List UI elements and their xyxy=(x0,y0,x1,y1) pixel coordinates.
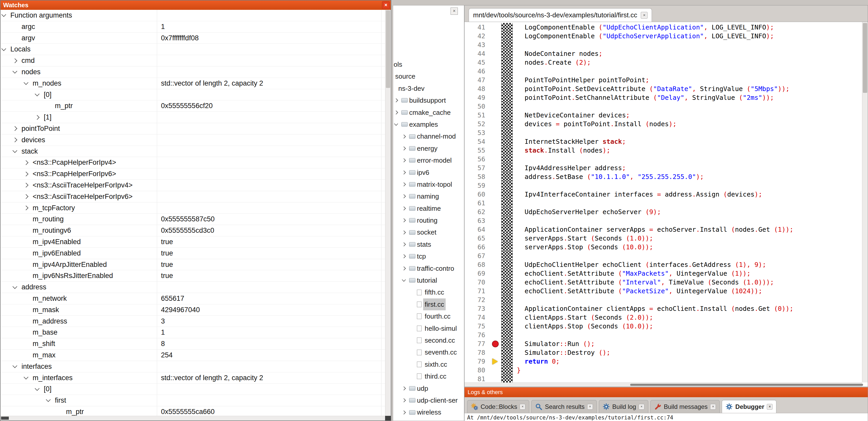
line-number[interactable]: 79 xyxy=(465,357,489,366)
code-line[interactable]: 41 LogComponentEnable ("UdpEchoClientApp… xyxy=(465,23,862,32)
marker-margin[interactable] xyxy=(489,41,501,50)
code-text[interactable]: LogComponentEnable ("UdpEchoServerApplic… xyxy=(513,32,862,41)
fold-margin[interactable] xyxy=(501,172,513,181)
watch-row[interactable]: argc1 xyxy=(1,21,385,33)
watch-row[interactable]: m_routingv60x5555555cd3c0 xyxy=(1,225,385,236)
marker-margin[interactable] xyxy=(489,243,501,252)
watch-row[interactable]: m_nodesstd::vector of length 2, capacity… xyxy=(1,78,385,89)
chevron-right-icon[interactable] xyxy=(394,110,398,115)
line-number[interactable]: 54 xyxy=(465,137,489,146)
tree-item-label[interactable]: hello-simul xyxy=(423,322,458,334)
code-text[interactable] xyxy=(513,129,862,137)
line-number[interactable]: 67 xyxy=(465,252,489,260)
code-text[interactable]: pointToPoint.SetChannelAttribute ("Delay… xyxy=(513,93,862,102)
watch-variable-value[interactable] xyxy=(157,168,381,180)
tab-search-results[interactable]: Search results × xyxy=(531,400,596,413)
watch-row[interactable]: <ns3::PcapHelperForIpv4> xyxy=(1,157,385,168)
code-line[interactable]: 48 pointToPoint.SetDeviceAttribute ("Dat… xyxy=(465,85,862,93)
fold-margin[interactable] xyxy=(501,234,513,243)
marker-margin[interactable] xyxy=(489,304,501,313)
marker-margin[interactable] xyxy=(489,208,501,217)
fold-margin[interactable] xyxy=(501,357,513,366)
close-icon[interactable]: × xyxy=(451,7,458,15)
watch-row[interactable]: first xyxy=(1,395,385,406)
marker-margin[interactable] xyxy=(489,164,501,172)
watch-variable-value[interactable] xyxy=(157,134,381,145)
tree-item[interactable]: channel-mod xyxy=(393,130,464,142)
line-number[interactable]: 52 xyxy=(465,120,489,129)
marker-margin[interactable] xyxy=(489,322,501,331)
code-text[interactable] xyxy=(513,181,862,190)
chevron-right-icon[interactable] xyxy=(402,255,406,259)
tree-item-label[interactable]: channel-mod xyxy=(415,130,457,142)
marker-margin[interactable] xyxy=(489,111,501,120)
marker-margin[interactable] xyxy=(489,146,501,155)
code-line[interactable]: 80} xyxy=(465,366,862,375)
scrollbar-thumb[interactable] xyxy=(863,23,867,93)
line-number[interactable]: 53 xyxy=(465,129,489,137)
line-number[interactable]: 59 xyxy=(465,181,489,190)
fold-margin[interactable] xyxy=(501,296,513,304)
watches-vertical-scrollbar[interactable] xyxy=(385,10,391,416)
fold-margin[interactable] xyxy=(501,41,513,50)
code-text[interactable]: ApplicationContainer serverApps = echoSe… xyxy=(513,225,862,234)
line-number[interactable]: 66 xyxy=(465,243,489,252)
line-number[interactable]: 68 xyxy=(465,260,489,269)
fold-margin[interactable] xyxy=(501,67,513,76)
marker-margin[interactable] xyxy=(489,234,501,243)
line-number[interactable]: 62 xyxy=(465,208,489,217)
code-line[interactable]: 64 ApplicationContainer serverApps = ech… xyxy=(465,225,862,234)
code-line[interactable]: 53 xyxy=(465,129,862,137)
tab-close-icon[interactable]: × xyxy=(641,12,648,19)
fold-margin[interactable] xyxy=(501,331,513,339)
code-line[interactable]: 76 xyxy=(465,331,862,339)
tree-item[interactable]: udp-client-ser xyxy=(393,394,464,406)
fold-margin[interactable] xyxy=(501,252,513,260)
code-line[interactable]: 49 pointToPoint.SetChannelAttribute ("De… xyxy=(465,93,862,102)
fold-margin[interactable] xyxy=(501,50,513,58)
watch-row[interactable]: <ns3::AsciiTraceHelperForIpv6> xyxy=(1,191,385,202)
fold-margin[interactable] xyxy=(501,129,513,137)
marker-margin[interactable] xyxy=(489,32,501,41)
chevron-right-icon[interactable] xyxy=(402,411,406,415)
watch-variable-value[interactable] xyxy=(157,202,381,214)
watch-row[interactable]: [0] xyxy=(1,384,385,395)
code-text[interactable]: serverApps.Stop (Seconds (10.0)); xyxy=(513,243,862,252)
tree-item-label[interactable]: fifth.cc xyxy=(423,286,446,298)
fold-margin[interactable] xyxy=(501,208,513,217)
fold-margin[interactable] xyxy=(501,137,513,146)
marker-margin[interactable] xyxy=(489,129,501,137)
watch-row[interactable]: m_shift8 xyxy=(1,338,385,350)
fold-margin[interactable] xyxy=(501,243,513,252)
editor-vertical-scrollbar[interactable] xyxy=(862,22,868,383)
watch-row[interactable]: m_ptr0x5555555ca660 xyxy=(1,406,385,416)
marker-margin[interactable] xyxy=(489,366,501,375)
marker-margin[interactable] xyxy=(489,85,501,93)
code-line[interactable]: 67 xyxy=(465,252,862,260)
watch-row[interactable]: m_ipv6NsRsJitterEnabledtrue xyxy=(1,270,385,282)
line-number[interactable]: 64 xyxy=(465,225,489,234)
watch-row[interactable]: address xyxy=(1,282,385,293)
code-line[interactable]: 52 devices = pointToPoint.Install (nodes… xyxy=(465,120,862,129)
tree-item-label[interactable]: tcp xyxy=(415,250,428,262)
fold-margin[interactable] xyxy=(501,269,513,278)
watch-variable-value[interactable] xyxy=(157,157,381,168)
code-line[interactable]: 79 return 0; xyxy=(465,357,862,366)
code-text[interactable]: return 0; xyxy=(513,357,862,366)
line-number[interactable]: 73 xyxy=(465,304,489,313)
line-number[interactable]: 69 xyxy=(465,269,489,278)
code-text[interactable]: nodes.Create (2); xyxy=(513,58,862,67)
fold-margin[interactable] xyxy=(501,260,513,269)
chevron-right-icon[interactable] xyxy=(402,170,406,174)
line-number[interactable]: 80 xyxy=(465,366,489,375)
fold-margin[interactable] xyxy=(501,304,513,313)
watch-variable-value[interactable]: 0x5555555ca660 xyxy=(157,406,381,416)
watch-variable-value[interactable]: true xyxy=(157,248,381,259)
watch-variable-value[interactable]: 8 xyxy=(157,338,381,349)
code-line[interactable]: 55 stack.Install (nodes); xyxy=(465,146,862,155)
fold-margin[interactable] xyxy=(501,23,513,32)
line-number[interactable]: 81 xyxy=(465,375,489,383)
code-line[interactable]: 59 xyxy=(465,181,862,190)
tree-item-label[interactable]: ns-3-dev xyxy=(397,83,426,94)
code-text[interactable] xyxy=(513,102,862,111)
